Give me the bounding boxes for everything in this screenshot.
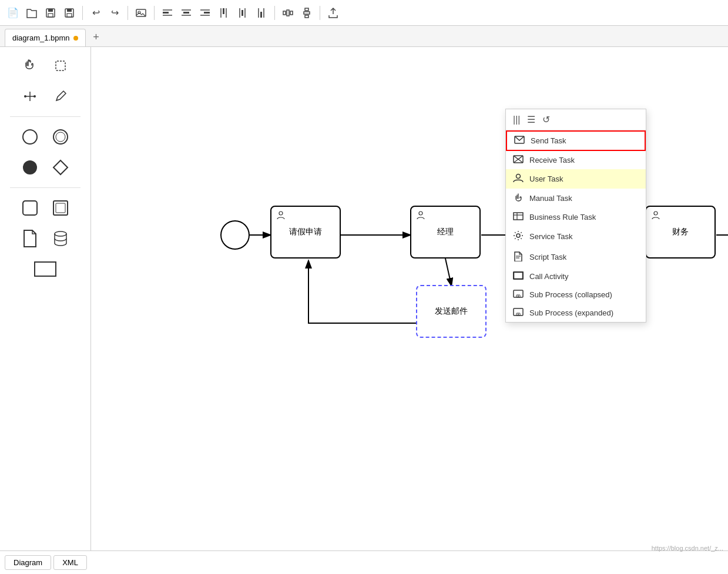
diagram-tab-bottom[interactable]: Diagram <box>5 555 51 570</box>
rect-thick-tool[interactable] <box>48 195 73 221</box>
task2-label: 经理 <box>437 227 454 237</box>
svg-point-46 <box>55 231 66 236</box>
sep2 <box>128 6 128 20</box>
user-task-icon <box>513 173 524 184</box>
receive-task-item[interactable]: Receive Task <box>506 151 646 169</box>
svg-rect-30 <box>305 8 308 11</box>
task4-label: 发送邮件 <box>435 306 468 317</box>
svg-point-54 <box>419 212 422 215</box>
svg-rect-10 <box>163 12 169 14</box>
undo-button[interactable]: ↩ <box>88 5 104 21</box>
align-top-button[interactable] <box>216 5 232 21</box>
user-task-label: User Task <box>529 174 563 183</box>
svg-line-59 <box>518 159 523 163</box>
list-icon[interactable]: ☰ <box>527 114 535 125</box>
align-center-button[interactable] <box>178 5 194 21</box>
grid-icon[interactable]: ||| <box>513 115 520 125</box>
script-task-item[interactable]: Script Task <box>506 247 646 267</box>
user-task-icon-3 <box>651 210 660 221</box>
distribute-h-button[interactable] <box>280 5 296 21</box>
svg-rect-1 <box>48 9 53 12</box>
start-event[interactable] <box>220 220 250 250</box>
circle-thick-tool[interactable] <box>48 124 73 150</box>
svg-rect-25 <box>260 12 262 18</box>
task-jingli[interactable]: 经理 <box>410 206 481 259</box>
pencil-tool[interactable] <box>48 83 73 109</box>
select-tool[interactable] <box>48 53 73 79</box>
tool-row-1 <box>17 53 73 79</box>
tool-row-4 <box>17 155 73 180</box>
distribute-v-button[interactable] <box>298 5 315 21</box>
align-right-button[interactable] <box>197 5 213 21</box>
watermark: https://blog.csdn.net/_z... <box>652 545 723 552</box>
manual-task-item[interactable]: Manual Task <box>506 189 646 208</box>
business-rule-icon <box>513 212 524 222</box>
export-button[interactable] <box>325 5 341 21</box>
database-tool[interactable] <box>48 226 73 251</box>
hand-tool[interactable] <box>17 53 43 79</box>
frame-tool[interactable] <box>32 256 58 282</box>
task-caiwu[interactable]: 财务 <box>645 206 716 259</box>
business-rule-task-label: Business Rule Task <box>529 213 596 221</box>
svg-rect-47 <box>35 262 56 276</box>
sep5 <box>320 6 320 20</box>
left-panel <box>0 47 91 550</box>
circle-outline-tool[interactable] <box>17 124 43 150</box>
align-middle-button[interactable] <box>234 5 251 21</box>
sub-process-expanded-item[interactable]: Sub Process (expanded) <box>506 304 646 322</box>
manual-task-label: Manual Task <box>529 194 572 203</box>
sub-process-collapsed-item[interactable]: Sub Process (collapsed) <box>506 286 646 304</box>
save-button[interactable] <box>42 5 59 21</box>
xml-tab-bottom[interactable]: XML <box>53 555 87 570</box>
redo-button[interactable]: ↪ <box>106 5 123 21</box>
tool-sep-1 <box>10 116 80 117</box>
insert-image-button[interactable] <box>133 5 149 21</box>
new-file-button[interactable]: 📄 <box>5 5 21 21</box>
call-activity-label: Call Activity <box>529 272 568 281</box>
tool-row-5 <box>17 195 73 221</box>
open-file-button[interactable] <box>24 5 40 21</box>
tool-sep-2 <box>10 187 80 188</box>
save-as-button[interactable]: + <box>61 5 78 21</box>
send-task-item[interactable]: Send Task <box>506 130 646 151</box>
task-fasong[interactable]: 发送邮件 <box>416 285 487 338</box>
service-task-item[interactable]: Service Task <box>506 226 646 247</box>
receive-task-label: Receive Task <box>529 156 575 165</box>
call-activity-icon <box>513 271 524 281</box>
add-tab-button[interactable]: + <box>88 29 105 45</box>
svg-rect-2 <box>48 14 53 17</box>
task3-label: 财务 <box>672 227 689 237</box>
send-task-label: Send Task <box>531 136 566 145</box>
user-task-icon-1 <box>276 210 286 221</box>
sub-process-expanded-icon <box>513 308 524 318</box>
task-qingjia[interactable]: 请假申请 <box>270 206 341 259</box>
svg-point-40 <box>56 132 65 142</box>
svg-point-36 <box>24 95 26 98</box>
diagram-tab[interactable]: diagram_1.bpmn <box>5 29 86 46</box>
diamond-tool[interactable] <box>48 155 73 180</box>
call-activity-item[interactable]: Call Activity <box>506 267 646 286</box>
sep1 <box>82 6 83 20</box>
circle-filled-tool[interactable] <box>17 155 43 180</box>
svg-point-55 <box>654 212 657 215</box>
svg-marker-42 <box>53 160 68 174</box>
svg-rect-4 <box>67 9 72 12</box>
connect-tool[interactable] <box>17 83 43 109</box>
svg-point-60 <box>516 174 521 179</box>
align-bottom-button[interactable] <box>253 5 270 21</box>
sub-process-expanded-label: Sub Process (expanded) <box>529 308 613 317</box>
svg-point-41 <box>23 160 37 174</box>
context-menu: ||| ☰ ↺ Send Task Receive Task <box>505 109 646 323</box>
sep4 <box>274 6 275 20</box>
rect-outline-tool[interactable] <box>17 195 43 221</box>
business-rule-task-item[interactable]: Business Rule Task <box>506 208 646 226</box>
user-task-item[interactable]: User Task <box>506 169 646 189</box>
align-left-button[interactable] <box>159 5 176 21</box>
page-tool[interactable] <box>17 226 43 251</box>
svg-rect-43 <box>23 201 37 215</box>
replace-icon[interactable]: ↺ <box>542 114 550 125</box>
canvas[interactable]: 请假申请 经理 财务 发送邮件 ||| ☰ ↺ <box>91 47 728 550</box>
svg-rect-31 <box>304 12 310 14</box>
script-task-icon <box>513 251 524 263</box>
svg-rect-28 <box>287 10 289 16</box>
